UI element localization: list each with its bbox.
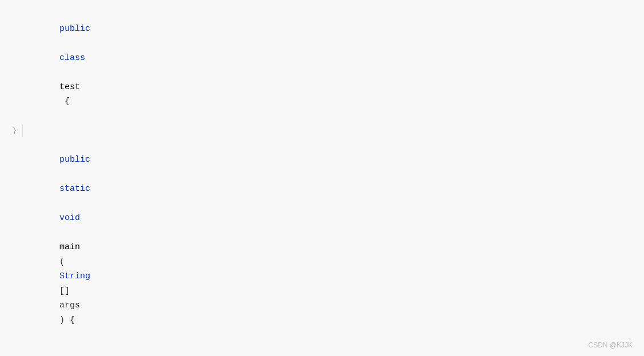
- line-number-2: }: [0, 125, 23, 137]
- var-args: args: [59, 301, 80, 310]
- keyword-static: static: [59, 184, 90, 194]
- keyword-class: class: [59, 53, 85, 63]
- code-line-3: [0, 342, 644, 357]
- keyword-string: String: [59, 271, 90, 281]
- line-content-3: [29, 342, 644, 357]
- code-line-2: } public static void main ( String [] ar…: [0, 123, 644, 342]
- keyword-public: public: [59, 24, 90, 34]
- line-content-2: public static void main ( String [] args…: [29, 123, 644, 342]
- keyword-public2: public: [59, 155, 90, 165]
- method-main: main: [59, 242, 80, 252]
- code-editor: public class test { } public static void…: [0, 0, 644, 356]
- code-line-1: public class test {: [0, 7, 644, 123]
- line-content-1: public class test {: [29, 7, 644, 123]
- class-name: test: [59, 82, 80, 92]
- watermark: CSDN @KJJK: [588, 341, 633, 349]
- keyword-void: void: [59, 213, 80, 223]
